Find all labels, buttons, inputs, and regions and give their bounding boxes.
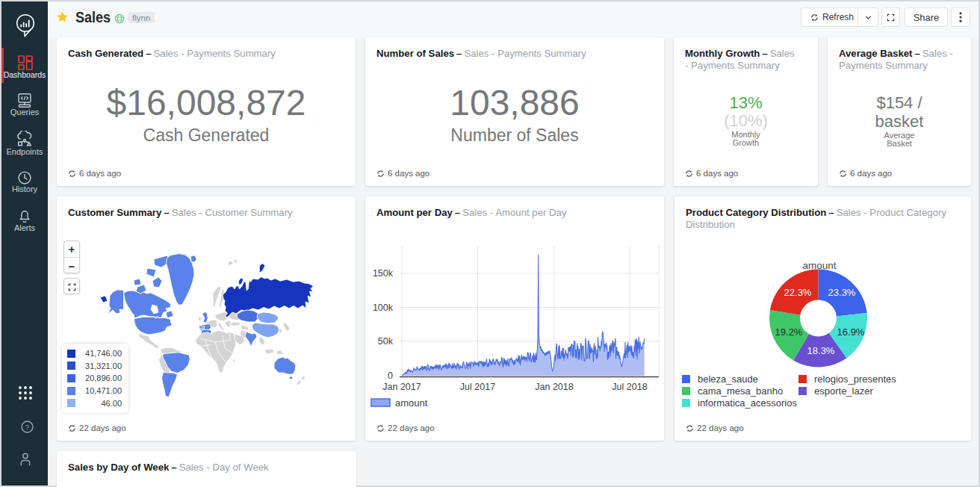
svg-text:50k: 50k <box>378 336 394 347</box>
svg-text:Jan 2018: Jan 2018 <box>535 382 573 392</box>
svg-text:Jul 2018: Jul 2018 <box>612 382 647 392</box>
svg-text:amount: amount <box>395 397 428 409</box>
svg-text:150k: 150k <box>373 268 394 279</box>
svg-text:Jul 2017: Jul 2017 <box>460 382 495 392</box>
svg-text:19.2%: 19.2% <box>775 326 803 338</box>
svg-text:amount: amount <box>802 260 836 271</box>
svg-text:Jan 2017: Jan 2017 <box>382 382 421 392</box>
svg-text:0: 0 <box>388 370 393 381</box>
svg-text:16.9%: 16.9% <box>837 326 865 338</box>
svg-text:?: ? <box>25 423 29 431</box>
svg-text:23.3%: 23.3% <box>828 287 856 298</box>
svg-text:18.3%: 18.3% <box>807 345 835 356</box>
svg-text:100k: 100k <box>373 303 394 313</box>
svg-text:22.3%: 22.3% <box>784 287 812 298</box>
